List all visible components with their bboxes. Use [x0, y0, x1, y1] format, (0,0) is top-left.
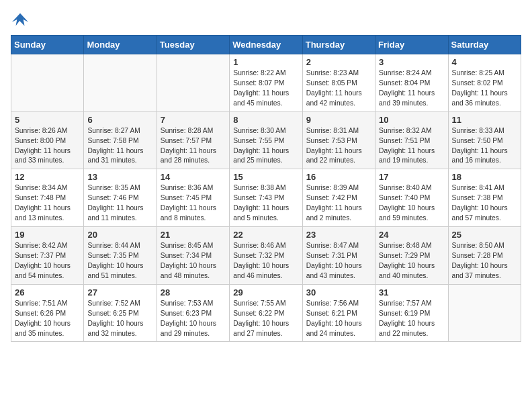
day-info: Sunrise: 8:30 AM Sunset: 7:55 PM Dayligh… — [233, 126, 298, 167]
day-info: Sunrise: 8:39 AM Sunset: 7:42 PM Dayligh… — [306, 183, 371, 224]
day-number: 17 — [379, 172, 444, 182]
calendar-cell: 4Sunrise: 8:25 AM Sunset: 8:02 PM Daylig… — [448, 54, 521, 112]
calendar-week-row: 5Sunrise: 8:26 AM Sunset: 8:00 PM Daylig… — [11, 111, 521, 169]
day-info: Sunrise: 7:55 AM Sunset: 6:22 PM Dayligh… — [233, 299, 298, 339]
logo-icon — [11, 11, 30, 30]
day-number: 8 — [233, 115, 298, 125]
day-number: 5 — [15, 115, 80, 125]
day-number: 16 — [306, 172, 371, 182]
calendar-cell: 14Sunrise: 8:36 AM Sunset: 7:45 PM Dayli… — [157, 169, 229, 227]
day-number: 24 — [379, 230, 444, 240]
calendar-cell: 12Sunrise: 8:34 AM Sunset: 7:48 PM Dayli… — [11, 169, 84, 227]
calendar-cell: 15Sunrise: 8:38 AM Sunset: 7:43 PM Dayli… — [230, 169, 302, 227]
day-info: Sunrise: 8:23 AM Sunset: 8:05 PM Dayligh… — [306, 68, 371, 109]
day-number: 14 — [161, 172, 226, 182]
calendar-cell — [84, 54, 157, 112]
day-info: Sunrise: 8:33 AM Sunset: 7:50 PM Dayligh… — [452, 126, 517, 167]
calendar-cell: 25Sunrise: 8:50 AM Sunset: 7:28 PM Dayli… — [448, 227, 521, 285]
calendar-cell: 17Sunrise: 8:40 AM Sunset: 7:40 PM Dayli… — [375, 169, 448, 227]
calendar-cell: 3Sunrise: 8:24 AM Sunset: 8:04 PM Daylig… — [375, 54, 448, 112]
day-number: 11 — [452, 115, 517, 125]
day-info: Sunrise: 8:45 AM Sunset: 7:34 PM Dayligh… — [161, 241, 226, 281]
day-number: 29 — [233, 287, 298, 298]
day-info: Sunrise: 7:51 AM Sunset: 6:26 PM Dayligh… — [15, 299, 80, 339]
day-info: Sunrise: 8:35 AM Sunset: 7:46 PM Dayligh… — [87, 183, 152, 224]
day-number: 13 — [87, 172, 152, 182]
calendar-cell: 29Sunrise: 7:55 AM Sunset: 6:22 PM Dayli… — [230, 284, 302, 342]
day-info: Sunrise: 7:52 AM Sunset: 6:25 PM Dayligh… — [87, 299, 152, 339]
calendar-cell: 26Sunrise: 7:51 AM Sunset: 6:26 PM Dayli… — [11, 284, 84, 342]
calendar-cell: 7Sunrise: 8:28 AM Sunset: 7:57 PM Daylig… — [157, 111, 229, 169]
day-number: 12 — [15, 172, 80, 182]
day-number: 18 — [452, 172, 517, 182]
day-info: Sunrise: 8:28 AM Sunset: 7:57 PM Dayligh… — [161, 126, 226, 167]
calendar-cell: 8Sunrise: 8:30 AM Sunset: 7:55 PM Daylig… — [230, 111, 302, 169]
day-number: 28 — [161, 287, 226, 298]
page-header — [11, 11, 521, 30]
day-number: 10 — [379, 115, 444, 125]
calendar-cell: 20Sunrise: 8:44 AM Sunset: 7:35 PM Dayli… — [84, 227, 157, 285]
calendar-cell: 10Sunrise: 8:32 AM Sunset: 7:51 PM Dayli… — [375, 111, 448, 169]
day-number: 2 — [306, 57, 371, 67]
day-number: 15 — [233, 172, 298, 182]
day-info: Sunrise: 8:27 AM Sunset: 7:58 PM Dayligh… — [87, 126, 152, 167]
day-info: Sunrise: 8:31 AM Sunset: 7:53 PM Dayligh… — [306, 126, 371, 167]
calendar-cell: 24Sunrise: 8:48 AM Sunset: 7:29 PM Dayli… — [375, 227, 448, 285]
calendar-week-row: 1Sunrise: 8:22 AM Sunset: 8:07 PM Daylig… — [11, 54, 521, 112]
day-info: Sunrise: 8:38 AM Sunset: 7:43 PM Dayligh… — [233, 183, 298, 224]
weekday-header: Friday — [375, 36, 448, 54]
calendar-cell — [157, 54, 229, 112]
calendar-cell: 18Sunrise: 8:41 AM Sunset: 7:38 PM Dayli… — [448, 169, 521, 227]
day-info: Sunrise: 8:34 AM Sunset: 7:48 PM Dayligh… — [15, 183, 80, 224]
weekday-header: Tuesday — [157, 36, 229, 54]
calendar-cell: 9Sunrise: 8:31 AM Sunset: 7:53 PM Daylig… — [302, 111, 375, 169]
day-number: 22 — [233, 230, 298, 240]
day-number: 6 — [87, 115, 152, 125]
day-number: 27 — [87, 287, 152, 298]
day-info: Sunrise: 8:46 AM Sunset: 7:32 PM Dayligh… — [233, 241, 298, 281]
day-number: 4 — [452, 57, 517, 67]
calendar-cell: 13Sunrise: 8:35 AM Sunset: 7:46 PM Dayli… — [84, 169, 157, 227]
weekday-header: Wednesday — [230, 36, 302, 54]
day-info: Sunrise: 8:25 AM Sunset: 8:02 PM Dayligh… — [452, 68, 517, 109]
day-info: Sunrise: 8:44 AM Sunset: 7:35 PM Dayligh… — [87, 241, 152, 281]
day-number: 20 — [87, 230, 152, 240]
weekday-header-row: SundayMondayTuesdayWednesdayThursdayFrid… — [11, 36, 521, 54]
day-info: Sunrise: 8:48 AM Sunset: 7:29 PM Dayligh… — [379, 241, 444, 281]
day-info: Sunrise: 8:26 AM Sunset: 8:00 PM Dayligh… — [15, 126, 80, 167]
day-number: 3 — [379, 57, 444, 67]
day-number: 21 — [161, 230, 226, 240]
day-info: Sunrise: 8:22 AM Sunset: 8:07 PM Dayligh… — [233, 68, 298, 109]
weekday-header: Saturday — [448, 36, 521, 54]
day-number: 25 — [452, 230, 517, 240]
day-number: 19 — [15, 230, 80, 240]
day-info: Sunrise: 8:36 AM Sunset: 7:45 PM Dayligh… — [161, 183, 226, 224]
calendar-cell: 27Sunrise: 7:52 AM Sunset: 6:25 PM Dayli… — [84, 284, 157, 342]
calendar-cell — [448, 284, 521, 342]
calendar-cell: 6Sunrise: 8:27 AM Sunset: 7:58 PM Daylig… — [84, 111, 157, 169]
day-info: Sunrise: 8:24 AM Sunset: 8:04 PM Dayligh… — [379, 68, 444, 109]
calendar-cell: 2Sunrise: 8:23 AM Sunset: 8:05 PM Daylig… — [302, 54, 375, 112]
day-number: 26 — [15, 287, 80, 298]
calendar-table: SundayMondayTuesdayWednesdayThursdayFrid… — [11, 35, 521, 342]
calendar-cell: 16Sunrise: 8:39 AM Sunset: 7:42 PM Dayli… — [302, 169, 375, 227]
calendar-cell: 31Sunrise: 7:57 AM Sunset: 6:19 PM Dayli… — [375, 284, 448, 342]
weekday-header: Thursday — [302, 36, 375, 54]
day-info: Sunrise: 8:47 AM Sunset: 7:31 PM Dayligh… — [306, 241, 371, 281]
calendar-cell — [11, 54, 84, 112]
svg-marker-0 — [12, 13, 28, 26]
day-info: Sunrise: 8:41 AM Sunset: 7:38 PM Dayligh… — [452, 183, 517, 224]
calendar-cell: 1Sunrise: 8:22 AM Sunset: 8:07 PM Daylig… — [230, 54, 302, 112]
calendar-cell: 23Sunrise: 8:47 AM Sunset: 7:31 PM Dayli… — [302, 227, 375, 285]
calendar-week-row: 26Sunrise: 7:51 AM Sunset: 6:26 PM Dayli… — [11, 284, 521, 342]
day-number: 23 — [306, 230, 371, 240]
calendar-cell: 30Sunrise: 7:56 AM Sunset: 6:21 PM Dayli… — [302, 284, 375, 342]
weekday-header: Monday — [84, 36, 157, 54]
calendar-cell: 28Sunrise: 7:53 AM Sunset: 6:23 PM Dayli… — [157, 284, 229, 342]
calendar-cell: 22Sunrise: 8:46 AM Sunset: 7:32 PM Dayli… — [230, 227, 302, 285]
calendar-cell: 19Sunrise: 8:42 AM Sunset: 7:37 PM Dayli… — [11, 227, 84, 285]
day-info: Sunrise: 8:50 AM Sunset: 7:28 PM Dayligh… — [452, 241, 517, 281]
day-number: 31 — [379, 287, 444, 298]
day-info: Sunrise: 8:32 AM Sunset: 7:51 PM Dayligh… — [379, 126, 444, 167]
day-number: 9 — [306, 115, 371, 125]
